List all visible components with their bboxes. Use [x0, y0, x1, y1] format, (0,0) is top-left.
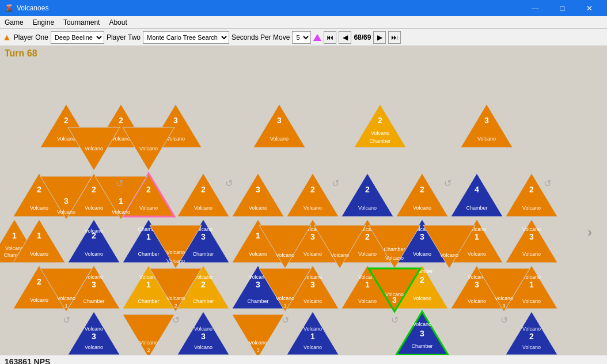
svg-text:1: 1 [146, 232, 151, 241]
svg-text:3: 3 [484, 116, 489, 125]
svg-text:Volcano: Volcano [385, 255, 404, 261]
player-two-strategy-select[interactable]: Monte Carlo Tree Search [143, 31, 229, 44]
svg-text:3: 3 [256, 185, 260, 194]
svg-text:1: 1 [365, 280, 370, 289]
svg-text:2: 2 [92, 185, 96, 194]
svg-text:Volcano: Volcano [304, 326, 322, 332]
menu-tournament[interactable]: Tournament [59, 16, 104, 29]
svg-text:1: 1 [65, 303, 67, 309]
svg-text:Volcano: Volcano [57, 136, 75, 142]
next-button[interactable]: ▶ [373, 31, 386, 44]
svg-text:Chamber: Chamber [466, 205, 487, 211]
menu-about[interactable]: About [104, 16, 131, 29]
svg-text:3: 3 [420, 329, 424, 338]
menu-game[interactable]: Game [0, 16, 28, 29]
svg-text:3: 3 [64, 196, 69, 206]
svg-text:Volcano: Volcano [85, 326, 103, 332]
svg-text:Volcano: Volcano [304, 298, 322, 304]
svg-text:2: 2 [201, 185, 206, 194]
svg-text:Volcano: Volcano [139, 340, 158, 346]
svg-text:Volcano: Volcano [249, 251, 267, 257]
svg-text:Volcano: Volcano [166, 295, 185, 301]
svg-text:2: 2 [119, 116, 123, 125]
svg-text:Chamber: Chamber [247, 298, 268, 304]
svg-text:Volcano: Volcano [249, 340, 267, 346]
prev-button[interactable]: ◀ [339, 31, 351, 44]
turn-label: Turn 68 [0, 46, 607, 61]
svg-text:1: 1 [283, 303, 286, 309]
svg-text:Volcano: Volcano [194, 205, 213, 211]
svg-text:Volcano: Volcano [85, 146, 103, 151]
maximize-button[interactable]: □ [549, 0, 575, 16]
svg-text:Chamber: Chamber [369, 138, 390, 144]
seconds-label: Seconds Per Move [232, 33, 290, 41]
svg-text:Volcano: Volcano [30, 251, 48, 257]
game-area: 2 Volcano 2 Volcano 3 Volcano 3 Volcano … [0, 61, 607, 355]
seconds-select[interactable]: 5 [292, 31, 311, 44]
svg-text:Chamber: Chamber [384, 247, 405, 252]
svg-text:3: 3 [392, 295, 397, 305]
svg-text:Volcano: Volcano [30, 205, 48, 211]
svg-text:Volcano: Volcano [139, 146, 158, 151]
svg-text:Volcano: Volcano [194, 344, 213, 350]
svg-text:2: 2 [64, 116, 69, 125]
svg-text:2: 2 [378, 116, 382, 125]
svg-text:1: 1 [119, 196, 123, 206]
svg-text:1: 1 [475, 232, 479, 241]
svg-text:Volcano: Volcano [477, 136, 496, 142]
svg-text:Volcano: Volcano [331, 252, 349, 258]
svg-text:3: 3 [173, 116, 178, 125]
svg-text:↺: ↺ [282, 315, 289, 325]
svg-text:2: 2 [529, 185, 534, 194]
svg-text:2: 2 [310, 185, 315, 194]
svg-text:Volcano: Volcano [413, 295, 431, 301]
window-controls: — □ ✕ [522, 0, 602, 16]
svg-text:2: 2 [37, 185, 41, 194]
svg-text:2: 2 [420, 185, 424, 194]
svg-text:Volcano: Volcano [112, 209, 130, 215]
svg-text:2: 2 [365, 232, 370, 241]
minimize-button[interactable]: — [522, 0, 548, 16]
svg-text:3: 3 [277, 116, 282, 125]
svg-text:↺: ↺ [332, 179, 339, 188]
svg-text:1: 1 [256, 231, 260, 240]
svg-text:Volcano: Volcano [166, 136, 185, 142]
svg-text:4: 4 [475, 185, 479, 194]
move-counter: 68/69 [354, 33, 371, 41]
svg-text:›: › [587, 224, 592, 240]
menu-engine[interactable]: Engine [28, 16, 59, 29]
svg-text:2: 2 [529, 332, 534, 341]
svg-text:↺: ↺ [544, 179, 551, 188]
svg-text:1: 1 [12, 231, 17, 240]
player-one-strategy-select[interactable]: Deep Beeline [51, 31, 104, 44]
player-two-label: Player Two [107, 33, 141, 41]
svg-text:3: 3 [256, 347, 259, 353]
svg-text:Volcano: Volcano [371, 130, 389, 136]
svg-text:2: 2 [37, 277, 41, 286]
svg-text:Chamber: Chamber [83, 298, 104, 304]
triangle-indicator [313, 34, 321, 41]
svg-text:2: 2 [147, 347, 150, 353]
svg-text:Volcano: Volcano [276, 295, 294, 301]
svg-text:3: 3 [502, 303, 505, 309]
svg-text:3: 3 [420, 232, 424, 241]
close-button[interactable]: ✕ [576, 0, 602, 16]
app-icon: 🌋 [5, 4, 13, 12]
svg-text:Volcano: Volcano [249, 205, 267, 211]
svg-text:Volcano: Volcano [304, 251, 322, 257]
svg-text:Volcano: Volcano [304, 344, 322, 350]
player-one-icon: ▲ [2, 32, 12, 43]
skip-start-button[interactable]: ⏮ [324, 31, 336, 44]
svg-text:2: 2 [420, 275, 424, 285]
svg-text:Volcano: Volcano [468, 298, 486, 304]
svg-text:Chamber: Chamber [192, 251, 214, 257]
svg-text:Volcano: Volcano [30, 297, 48, 303]
skip-end-button[interactable]: ⏭ [388, 31, 401, 44]
svg-text:↺: ↺ [500, 315, 508, 325]
svg-text:Volcano: Volcano [358, 205, 377, 211]
svg-text:3: 3 [201, 332, 206, 341]
svg-text:Chamber: Chamber [138, 298, 159, 304]
svg-text:3: 3 [310, 232, 315, 241]
svg-text:3: 3 [256, 280, 260, 289]
svg-text:Volcano: Volcano [166, 258, 185, 264]
